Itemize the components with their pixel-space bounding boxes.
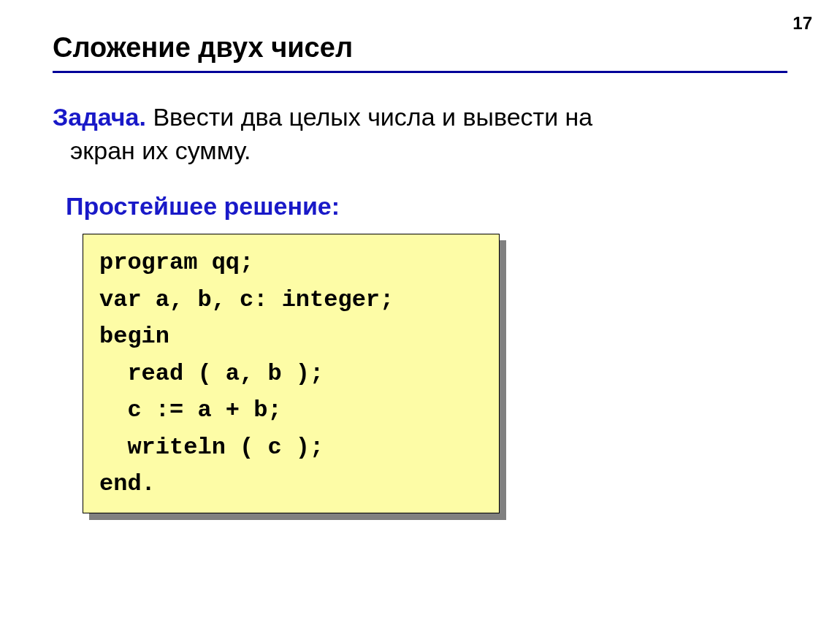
code-line: var a, b, c: integer; bbox=[99, 286, 394, 313]
title-underline bbox=[53, 71, 787, 73]
code-line: c := a + b; bbox=[99, 397, 282, 424]
code-line: writeln ( c ); bbox=[99, 434, 324, 461]
code-line: begin bbox=[99, 323, 169, 350]
code-line: end. bbox=[99, 470, 156, 497]
code-line: program qq; bbox=[99, 249, 253, 276]
solution-label: Простейшее решение: bbox=[66, 192, 340, 221]
task-text-line2: экран их сумму. bbox=[70, 134, 652, 168]
code-box: program qq; var a, b, c: integer; begin … bbox=[83, 234, 500, 513]
task-block: Задача. Ввести два целых числа и вывести… bbox=[53, 101, 652, 168]
slide-title: Сложение двух чисел bbox=[53, 32, 353, 64]
code-line: read ( a, b ); bbox=[99, 360, 324, 387]
page-number: 17 bbox=[793, 13, 812, 34]
task-text-line1: Ввести два целых числа и вывести на bbox=[146, 103, 592, 131]
task-label: Задача. bbox=[53, 103, 146, 131]
